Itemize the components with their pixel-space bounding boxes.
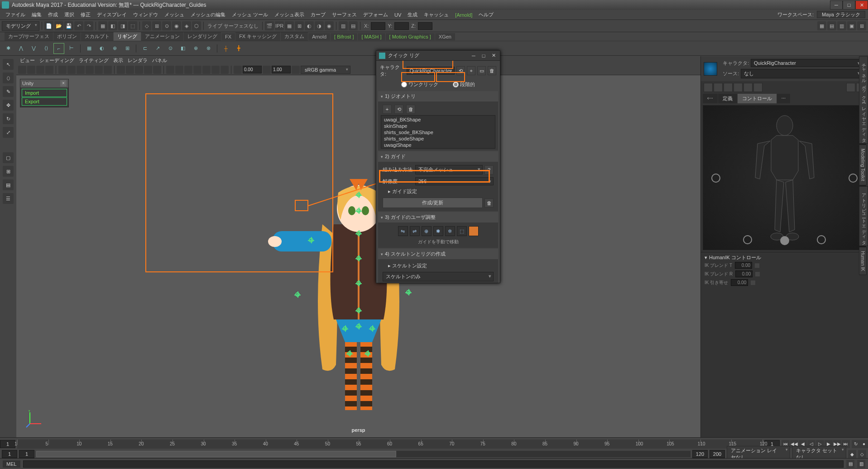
select-tool[interactable]: ↖ (3, 59, 14, 70)
refresh-icon[interactable]: ⟲ (394, 105, 403, 114)
move-tool[interactable]: ✥ (3, 100, 14, 111)
gamma-input[interactable] (243, 66, 262, 73)
vp-icon[interactable] (202, 66, 211, 74)
dock-tab[interactable]: Human IK (859, 247, 867, 275)
shelf-tab[interactable]: FX (221, 33, 235, 40)
vp-icon[interactable] (193, 66, 201, 74)
open-button[interactable]: 📂 (54, 21, 63, 30)
help-line-icon[interactable]: ▥ (857, 460, 865, 468)
color-swatch[interactable] (469, 226, 479, 236)
skin-icon[interactable]: ◐ (96, 43, 107, 54)
range-slider[interactable]: 1 1 120 200 アニメーション レイヤなし キャラクタ セットなし ◆ … (0, 450, 868, 458)
render-icon[interactable]: ⊞ (295, 21, 304, 30)
shelf-tab[interactable]: [ Motion Graphics ] (386, 33, 435, 40)
panel-icon[interactable]: ▥ (339, 21, 348, 30)
menu-help[interactable]: ヘルプ (476, 10, 496, 19)
joint-icon[interactable]: ✱ (3, 43, 14, 54)
vp-icon[interactable] (135, 66, 143, 74)
key-icon[interactable] (755, 272, 760, 276)
vp-icon[interactable] (27, 66, 35, 74)
shelf-tab[interactable]: [ MASH ] (358, 33, 385, 40)
vp-icon[interactable] (263, 66, 271, 74)
add-icon[interactable]: + (467, 66, 475, 75)
tab-spacer[interactable]: ··· (777, 94, 790, 103)
sel-mode-icon[interactable]: ⬚ (128, 21, 137, 30)
shelf-tab[interactable]: レンダリング (184, 32, 221, 41)
section-header[interactable]: ▾ HumanIK コントロール (705, 254, 864, 261)
rename-icon[interactable]: ▭ (477, 66, 486, 75)
constraint-icon[interactable]: ⊏ (139, 43, 150, 54)
panel-icon[interactable]: ▤ (349, 21, 358, 30)
ik-tool-icon[interactable] (724, 83, 733, 92)
ik-icon[interactable]: ⌐ (53, 43, 64, 54)
layout-four-icon[interactable]: ⊞ (3, 166, 14, 177)
outliner-icon[interactable]: ☰ (3, 193, 14, 204)
vp-icon[interactable] (153, 66, 161, 74)
snap-icon[interactable]: ⊙ (162, 21, 171, 30)
layout-icon[interactable]: ▥ (837, 21, 846, 30)
menu-item[interactable]: メッシュ ツール (229, 10, 271, 19)
menu-item[interactable]: デフォーム (360, 10, 391, 19)
scale-tool[interactable]: ⤢ (3, 127, 14, 138)
tab-controls[interactable]: コントロール (738, 94, 777, 103)
key-icon[interactable] (755, 263, 759, 268)
vp-menu[interactable]: シェーディング (39, 57, 74, 64)
range-end[interactable]: 200 (710, 450, 725, 458)
shelf-tab[interactable]: アニメーション (141, 32, 183, 41)
vp-menu[interactable]: レンダラ (128, 57, 148, 64)
render-icon[interactable]: 🎬 (265, 21, 274, 30)
menu-item[interactable]: 編集 (29, 10, 44, 19)
vp-menu[interactable]: 表示 (113, 57, 123, 64)
ik-tool-icon[interactable] (704, 83, 713, 92)
layout-icon[interactable]: ▤ (3, 179, 14, 190)
paint-tool[interactable]: ✎ (3, 86, 14, 97)
shelf-tab[interactable]: XGen (435, 33, 455, 40)
sel-mode-icon[interactable]: ◧ (108, 21, 117, 30)
viewport[interactable]: Unity× Import Export (16, 75, 700, 437)
shelf-tab[interactable]: FX キャッシング (235, 32, 280, 41)
source-dropdown[interactable]: なし (741, 69, 863, 78)
close-icon[interactable]: × (60, 80, 67, 87)
script-editor-icon[interactable]: ▤ (846, 460, 854, 468)
constraint-icon[interactable]: ⊙ (165, 43, 176, 54)
vp-icon[interactable] (184, 66, 192, 74)
minimize-button[interactable]: ─ (470, 53, 477, 59)
range-playend[interactable]: 120 (692, 450, 708, 458)
vp-icon[interactable] (234, 66, 242, 74)
ik-tool-icon[interactable] (714, 83, 723, 92)
symmetry-icon[interactable]: ⊕ (422, 226, 432, 236)
render-icon[interactable]: ◑ (315, 21, 324, 30)
loop-icon[interactable]: ↻ (852, 440, 860, 448)
vp-icon[interactable] (36, 66, 44, 74)
constraint-icon[interactable]: ⊕ (190, 43, 201, 54)
vp-icon[interactable] (221, 66, 229, 74)
vp-icon[interactable] (58, 66, 67, 74)
layout-icon[interactable]: ⊞ (857, 21, 866, 30)
layout-single-icon[interactable]: ▢ (3, 152, 14, 163)
section-skeleton[interactable]: 4) スケルトンとリグの作成 (378, 249, 498, 259)
vp-icon[interactable] (18, 66, 26, 74)
snap-icon[interactable]: ◈ (182, 21, 191, 30)
skin-icon[interactable]: ⊕ (109, 43, 120, 54)
workspace-dropdown[interactable]: Maya クラシック (817, 11, 865, 18)
vp-icon[interactable] (175, 66, 183, 74)
key-icon[interactable]: ◇ (858, 450, 866, 458)
shelf-tab[interactable]: [ Bifrost ] (331, 33, 357, 40)
section-geometry[interactable]: 1) ジオメトリ (378, 91, 498, 102)
snap-icon[interactable]: ◇ (142, 21, 151, 30)
constraint-icon[interactable]: ◧ (177, 43, 188, 54)
skin-icon[interactable]: ⊞ (122, 43, 133, 54)
x-input[interactable] (371, 22, 385, 30)
lasso-tool[interactable]: ⬯ (3, 73, 14, 83)
layout-icon[interactable]: ▣ (847, 21, 856, 30)
vp-icon[interactable] (45, 66, 53, 74)
shelf-tab[interactable]: Arnold (308, 33, 330, 40)
create-update-button[interactable]: 作成/更新 (383, 198, 483, 208)
vp-icon[interactable] (86, 66, 94, 74)
command-input[interactable] (23, 460, 844, 468)
menu-item[interactable]: ウィンドウ (130, 10, 161, 19)
geometry-list[interactable]: uwagi_BKShape skinShape shirts_sode_BKSh… (381, 115, 495, 149)
range-start[interactable]: 1 (2, 450, 17, 458)
save-button[interactable]: 💾 (64, 21, 73, 30)
menu-item[interactable]: ディスプレイ (94, 10, 129, 19)
